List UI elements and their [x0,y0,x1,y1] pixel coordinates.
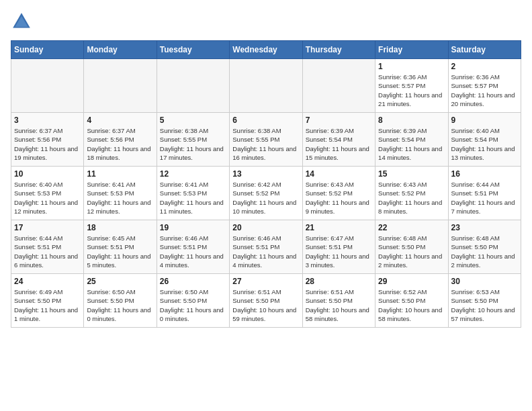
calendar-cell: 23Sunrise: 6:48 AM Sunset: 5:50 PM Dayli… [448,220,521,274]
day-number: 3 [14,116,81,125]
calendar-cell: 15Sunrise: 6:43 AM Sunset: 5:52 PM Dayli… [375,167,448,220]
day-info: Sunrise: 6:53 AM Sunset: 5:50 PM Dayligh… [451,287,518,323]
day-info: Sunrise: 6:45 AM Sunset: 5:51 PM Dayligh… [87,234,153,269]
day-info: Sunrise: 6:40 AM Sunset: 5:54 PM Dayligh… [451,126,518,162]
day-info: Sunrise: 6:47 AM Sunset: 5:51 PM Dayligh… [306,234,372,269]
calendar-header-wednesday: Wednesday [230,41,302,59]
day-number: 22 [378,223,445,232]
calendar-week-row: 17Sunrise: 6:44 AM Sunset: 5:51 PM Dayli… [11,220,521,274]
calendar-cell: 29Sunrise: 6:52 AM Sunset: 5:50 PM Dayli… [375,274,448,328]
calendar-cell: 19Sunrise: 6:46 AM Sunset: 5:51 PM Dayli… [157,220,229,274]
day-number: 20 [232,223,299,232]
day-info: Sunrise: 6:43 AM Sunset: 5:52 PM Dayligh… [306,180,372,216]
calendar-header-sunday: Sunday [11,41,84,59]
calendar-cell: 28Sunrise: 6:51 AM Sunset: 5:50 PM Dayli… [302,274,375,328]
day-number: 10 [14,169,81,179]
calendar-cell: 17Sunrise: 6:44 AM Sunset: 5:51 PM Dayli… [11,220,84,274]
calendar-cell: 5Sunrise: 6:38 AM Sunset: 5:55 PM Daylig… [157,113,229,167]
day-info: Sunrise: 6:46 AM Sunset: 5:51 PM Dayligh… [232,234,299,269]
page-header [11,11,521,32]
calendar-cell: 30Sunrise: 6:53 AM Sunset: 5:50 PM Dayli… [448,274,521,328]
day-info: Sunrise: 6:49 AM Sunset: 5:50 PM Dayligh… [14,287,81,323]
calendar-cell: 26Sunrise: 6:50 AM Sunset: 5:50 PM Dayli… [157,274,229,328]
calendar-cell: 3Sunrise: 6:37 AM Sunset: 5:56 PM Daylig… [11,113,84,167]
day-number: 2 [451,62,518,71]
calendar-cell [84,59,157,113]
day-number: 26 [160,277,226,286]
day-number: 15 [378,169,445,179]
day-info: Sunrise: 6:46 AM Sunset: 5:51 PM Dayligh… [160,234,226,269]
calendar-cell: 25Sunrise: 6:50 AM Sunset: 5:50 PM Dayli… [84,274,157,328]
day-info: Sunrise: 6:37 AM Sunset: 5:56 PM Dayligh… [87,126,153,162]
day-number: 18 [87,223,153,232]
day-number: 30 [451,277,518,286]
day-number: 25 [87,277,153,286]
day-info: Sunrise: 6:51 AM Sunset: 5:50 PM Dayligh… [232,287,299,323]
calendar-cell: 10Sunrise: 6:40 AM Sunset: 5:53 PM Dayli… [11,167,84,220]
day-number: 8 [378,116,445,125]
day-number: 28 [306,277,372,286]
calendar-cell: 18Sunrise: 6:45 AM Sunset: 5:51 PM Dayli… [84,220,157,274]
day-number: 23 [451,223,518,232]
calendar-cell: 8Sunrise: 6:39 AM Sunset: 5:54 PM Daylig… [375,113,448,167]
day-number: 17 [14,223,81,232]
day-info: Sunrise: 6:51 AM Sunset: 5:50 PM Dayligh… [306,287,372,323]
calendar-cell: 22Sunrise: 6:48 AM Sunset: 5:50 PM Dayli… [375,220,448,274]
day-number: 1 [378,62,445,71]
calendar-cell: 13Sunrise: 6:42 AM Sunset: 5:52 PM Dayli… [230,167,302,220]
calendar-week-row: 1Sunrise: 6:36 AM Sunset: 5:57 PM Daylig… [11,59,521,113]
day-info: Sunrise: 6:42 AM Sunset: 5:52 PM Dayligh… [232,180,299,216]
day-info: Sunrise: 6:52 AM Sunset: 5:50 PM Dayligh… [378,287,445,323]
day-info: Sunrise: 6:50 AM Sunset: 5:50 PM Dayligh… [87,287,153,323]
calendar-cell: 16Sunrise: 6:44 AM Sunset: 5:51 PM Dayli… [448,167,521,220]
calendar-cell: 14Sunrise: 6:43 AM Sunset: 5:52 PM Dayli… [302,167,375,220]
day-number: 5 [160,116,226,125]
calendar-cell: 6Sunrise: 6:38 AM Sunset: 5:55 PM Daylig… [230,113,302,167]
calendar-header-thursday: Thursday [302,41,375,59]
calendar-cell: 11Sunrise: 6:41 AM Sunset: 5:53 PM Dayli… [84,167,157,220]
calendar-table: SundayMondayTuesdayWednesdayThursdayFrid… [11,40,521,328]
day-info: Sunrise: 6:39 AM Sunset: 5:54 PM Dayligh… [378,126,445,162]
calendar-cell: 27Sunrise: 6:51 AM Sunset: 5:50 PM Dayli… [230,274,302,328]
day-info: Sunrise: 6:41 AM Sunset: 5:53 PM Dayligh… [87,180,153,216]
day-number: 29 [378,277,445,286]
day-info: Sunrise: 6:36 AM Sunset: 5:57 PM Dayligh… [378,73,445,108]
calendar-header-monday: Monday [84,41,157,59]
calendar-header-tuesday: Tuesday [157,41,229,59]
day-info: Sunrise: 6:43 AM Sunset: 5:52 PM Dayligh… [378,180,445,216]
calendar-cell: 21Sunrise: 6:47 AM Sunset: 5:51 PM Dayli… [302,220,375,274]
day-info: Sunrise: 6:48 AM Sunset: 5:50 PM Dayligh… [378,234,445,269]
day-number: 7 [306,116,372,125]
calendar-cell: 24Sunrise: 6:49 AM Sunset: 5:50 PM Dayli… [11,274,84,328]
calendar-cell: 20Sunrise: 6:46 AM Sunset: 5:51 PM Dayli… [230,220,302,274]
day-number: 14 [306,169,372,179]
calendar-cell [11,59,84,113]
calendar-header-friday: Friday [375,41,448,59]
day-number: 12 [160,169,226,179]
day-info: Sunrise: 6:40 AM Sunset: 5:53 PM Dayligh… [14,180,81,216]
calendar-cell: 2Sunrise: 6:36 AM Sunset: 5:57 PM Daylig… [448,59,521,113]
day-info: Sunrise: 6:36 AM Sunset: 5:57 PM Dayligh… [451,73,518,108]
calendar-header-saturday: Saturday [448,41,521,59]
day-number: 19 [160,223,226,232]
day-info: Sunrise: 6:50 AM Sunset: 5:50 PM Dayligh… [160,287,226,323]
logo [11,11,35,32]
day-info: Sunrise: 6:38 AM Sunset: 5:55 PM Dayligh… [160,126,226,162]
day-info: Sunrise: 6:44 AM Sunset: 5:51 PM Dayligh… [451,180,518,216]
day-info: Sunrise: 6:48 AM Sunset: 5:50 PM Dayligh… [451,234,518,269]
day-number: 6 [232,116,299,125]
calendar-cell: 9Sunrise: 6:40 AM Sunset: 5:54 PM Daylig… [448,113,521,167]
day-number: 24 [14,277,81,286]
calendar-cell [302,59,375,113]
calendar-cell [157,59,229,113]
day-number: 21 [306,223,372,232]
calendar-cell: 12Sunrise: 6:41 AM Sunset: 5:53 PM Dayli… [157,167,229,220]
day-info: Sunrise: 6:44 AM Sunset: 5:51 PM Dayligh… [14,234,81,269]
calendar-cell: 1Sunrise: 6:36 AM Sunset: 5:57 PM Daylig… [375,59,448,113]
day-number: 4 [87,116,153,125]
day-number: 13 [232,169,299,179]
logo-icon [11,11,32,32]
calendar-header-row: SundayMondayTuesdayWednesdayThursdayFrid… [11,41,521,59]
day-info: Sunrise: 6:37 AM Sunset: 5:56 PM Dayligh… [14,126,81,162]
day-info: Sunrise: 6:41 AM Sunset: 5:53 PM Dayligh… [160,180,226,216]
